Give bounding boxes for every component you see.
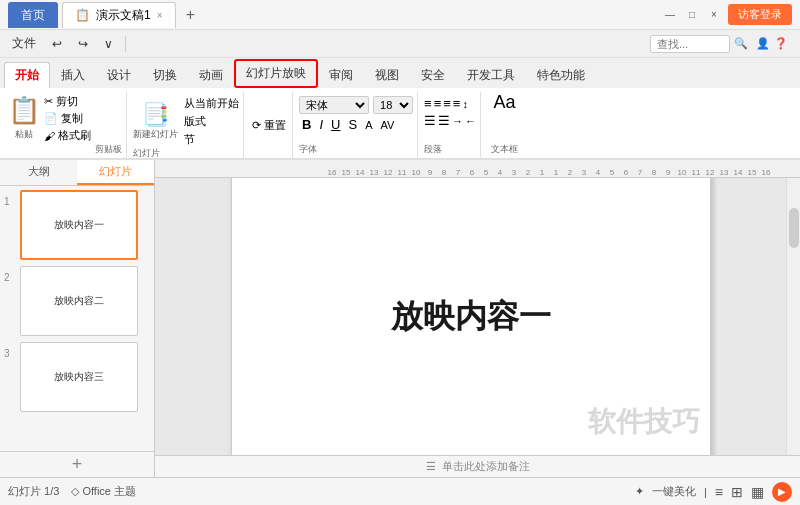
normal-view-button[interactable]: ▦ [751,484,764,500]
para-row1: ≡ ≡ ≡ ≡ ↕ [424,92,476,111]
tab-insert[interactable]: 插入 [50,62,96,88]
slide-thumb-text-3: 放映内容三 [54,370,104,384]
slide-item[interactable]: 1 放映内容一 [4,190,150,260]
numbering-button[interactable]: ☰ [438,113,450,128]
toolbar-more[interactable]: ∨ [96,34,121,54]
outline-tab[interactable]: 大纲 [0,160,77,185]
slide-thumb-text-1: 放映内容一 [54,218,104,232]
notes-bar: ☰ 单击此处添加备注 [155,455,800,477]
copy-button[interactable]: 📄 复制 [44,111,91,126]
close-button[interactable]: × [706,7,722,23]
clipboard-group: 📋 粘贴 ✂ 剪切 📄 复制 🖌 格式刷 剪贴板 [4,92,127,158]
slides-tab[interactable]: 幻灯片 [77,160,154,185]
slide-thumb-1[interactable]: 放映内容一 [20,190,138,260]
italic-button[interactable]: I [316,116,326,133]
window-controls: — □ × 访客登录 [662,4,792,25]
indent-more-button[interactable]: → [452,115,463,127]
format-brush-label: 格式刷 [58,128,91,143]
user-icon[interactable]: 👤 [756,37,770,50]
font-group-label: 字体 [299,143,413,158]
tab-review[interactable]: 审阅 [318,62,364,88]
cut-button[interactable]: ✂ 剪切 [44,94,91,109]
tab-close-icon[interactable]: × [157,10,163,21]
theme-icon: ◇ [71,485,79,497]
format-brush-button[interactable]: 🖌 格式刷 [44,128,91,143]
doc-tab-label: 演示文稿1 [96,7,151,24]
textbox-label: 文本框 [491,143,518,158]
bullets-button[interactable]: ☰ [424,113,436,128]
underline-button[interactable]: U [328,116,343,133]
notes-text: 单击此处添加备注 [442,459,530,474]
align-right-button[interactable]: ≡ [443,96,451,111]
bold-button[interactable]: B [299,116,314,133]
font-group: 宋体 18 B I U S A AV 字体 [295,92,418,158]
font-color-button[interactable]: A [362,118,375,132]
from-start-button[interactable]: 从当前开始 [184,96,239,111]
align-left-button[interactable]: ≡ [424,96,432,111]
status-right: ✦ 一键美化 | ≡ ⊞ ▦ ▶ [635,482,792,502]
justify-button[interactable]: ≡ [453,96,461,111]
slide-num-3: 3 [4,342,16,359]
search-icon[interactable]: 🔍 [734,37,748,50]
add-slide-button[interactable]: + [0,451,154,477]
status-sep: | [704,486,707,498]
add-tab-button[interactable]: + [180,4,202,26]
tab-design[interactable]: 设计 [96,62,142,88]
list-view-button[interactable]: ≡ [715,484,723,500]
tab-security[interactable]: 安全 [410,62,456,88]
play-button[interactable]: ▶ [772,482,792,502]
slide-thumb-3[interactable]: 放映内容三 [20,342,138,412]
paste-button[interactable]: 📋 [8,92,40,128]
beautify-button[interactable]: 一键美化 [652,484,696,499]
slide-group: 📑 新建幻灯片 从当前开始 版式 节 幻灯片 [129,92,244,158]
help-icon[interactable]: ❓ [774,37,788,50]
layout-button[interactable]: 版式 [184,114,239,129]
textbox-group: Aa 文本框 [483,92,526,158]
textbox-button[interactable]: Aa [494,92,516,113]
reset-button[interactable]: ⟳ 重置 [250,116,288,135]
slide-list: 1 放映内容一 2 放映内容二 3 放映内容三 [0,186,154,451]
font-name-select[interactable]: 宋体 [299,96,369,114]
indent-less-button[interactable]: ← [465,115,476,127]
new-slide-icon: 📑 [142,102,169,128]
theme-text: Office 主题 [82,485,136,497]
canvas-wrap: 放映内容一 软件技巧 [155,178,786,455]
section-button[interactable]: 节 [184,132,239,147]
slide-item-2[interactable]: 2 放映内容二 [4,266,150,336]
slide-item-3[interactable]: 3 放映内容三 [4,342,150,412]
left-panel: 大纲 幻灯片 1 放映内容一 2 放映内容二 3 放映内容三 [0,160,155,477]
find-input[interactable] [650,35,730,53]
scroll-thumb[interactable] [789,208,799,248]
grid-view-button[interactable]: ⊞ [731,484,743,500]
tab-slideshow[interactable]: 幻灯片放映 [234,59,318,88]
slide-counter: 幻灯片 1/3 [8,484,59,499]
tab-home[interactable]: 开始 [4,62,50,88]
theme-label: ◇ Office 主题 [71,484,136,499]
home-tab[interactable]: 首页 [8,2,58,28]
strikethrough-button[interactable]: S [345,116,360,133]
char-spacing-button[interactable]: AV [377,118,397,132]
doc-tab[interactable]: 📋 演示文稿1 × [62,2,176,28]
maximize-button[interactable]: □ [684,7,700,23]
minimize-button[interactable]: — [662,7,678,23]
menu-file[interactable]: 文件 [4,32,44,55]
visit-login-button[interactable]: 访客登录 [728,4,792,25]
toolbar-redo[interactable]: ↪ [70,34,96,54]
canvas-scroll-wrap: 放映内容一 软件技巧 [155,178,800,455]
font-row1: 宋体 18 [299,92,413,114]
tab-view[interactable]: 视图 [364,62,410,88]
align-center-button[interactable]: ≡ [434,96,442,111]
line-spacing-button[interactable]: ↕ [462,98,468,110]
tab-developer[interactable]: 开发工具 [456,62,526,88]
font-size-select[interactable]: 18 [373,96,413,114]
slide-canvas[interactable]: 放映内容一 软件技巧 [231,178,711,455]
tab-animation[interactable]: 动画 [188,62,234,88]
vertical-scrollbar[interactable] [786,178,800,455]
tab-transition[interactable]: 切换 [142,62,188,88]
slide-num-1: 1 [4,190,16,207]
toolbar-undo[interactable]: ↩ [44,34,70,54]
status-bar: 幻灯片 1/3 ◇ Office 主题 ✦ 一键美化 | ≡ ⊞ ▦ ▶ [0,477,800,505]
new-slide-button[interactable]: 📑 新建幻灯片 [133,102,178,141]
tab-special[interactable]: 特色功能 [526,62,596,88]
slide-thumb-2[interactable]: 放映内容二 [20,266,138,336]
